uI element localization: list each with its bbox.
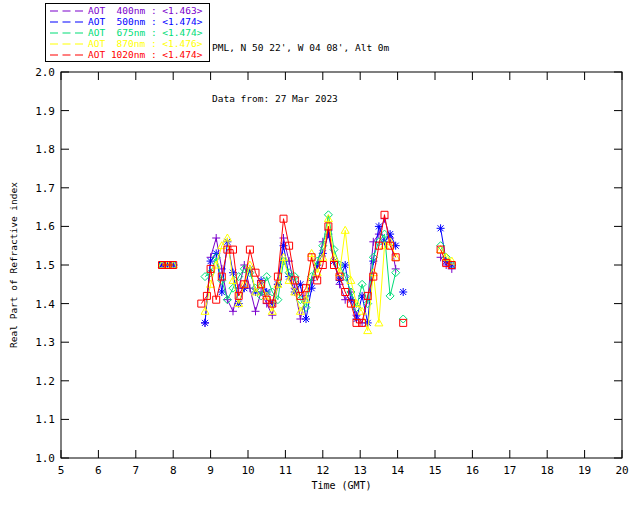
x-tick-label: 9	[207, 464, 214, 477]
legend-label: AOT 1020nm : <1.474>	[88, 49, 202, 60]
series-aot-1020nm	[159, 211, 456, 326]
x-tick-label: 12	[316, 464, 329, 477]
x-tick-label: 8	[170, 464, 177, 477]
x-tick-label: 15	[428, 464, 441, 477]
legend-box: AOT 400nm : <1.463>AOT 500nm : <1.474>AO…	[45, 3, 210, 62]
x-tick-label: 19	[578, 464, 591, 477]
x-tick-label: 18	[541, 464, 554, 477]
x-tick-label: 7	[132, 464, 139, 477]
series-line	[205, 215, 396, 308]
x-tick-label: 6	[95, 464, 102, 477]
x-tick-label: 11	[279, 464, 292, 477]
legend-label: AOT 675nm : <1.474>	[88, 27, 202, 38]
asterisk-marker	[437, 224, 445, 232]
x-tick-label: 13	[354, 464, 367, 477]
y-tick-label: 1.7	[35, 182, 55, 195]
asterisk-marker	[201, 319, 209, 327]
y-tick-label: 1.2	[35, 375, 55, 388]
refractive-index-plot-window: 567891011121314151617181920Time (GMT)1.0…	[0, 0, 640, 512]
site-location-line: PML, N 50 22', W 04 08', Alt 0m	[212, 39, 389, 56]
data-date-line: Data from: 27 Mar 2023	[212, 90, 389, 107]
y-tick-label: 1.4	[35, 298, 55, 311]
x-tick-label: 5	[58, 464, 65, 477]
legend-item-aot-675nm: AOT 675nm : <1.474>	[49, 27, 207, 38]
legend-item-aot-1020nm: AOT 1020nm : <1.474>	[49, 49, 207, 60]
asterisk-marker	[341, 261, 349, 269]
y-tick-label: 1.8	[35, 143, 55, 156]
header-text: PML, N 50 22', W 04 08', Alt 0m Data fro…	[212, 5, 389, 141]
legend-item-aot-400nm: AOT 400nm : <1.463>	[49, 5, 207, 16]
asterisk-marker	[302, 315, 310, 323]
legend-label: AOT 500nm : <1.474>	[88, 16, 202, 27]
x-tick-label: 20	[615, 464, 628, 477]
plus-marker	[212, 234, 220, 242]
series-aot-675nm	[158, 211, 456, 323]
plus-marker	[229, 307, 237, 315]
y-tick-label: 2.0	[35, 66, 55, 79]
legend-label: AOT 870nm : <1.476>	[88, 38, 202, 49]
x-tick-label: 16	[466, 464, 479, 477]
x-tick-label: 10	[241, 464, 254, 477]
x-axis-title: Time (GMT)	[311, 480, 371, 491]
legend-item-aot-500nm: AOT 500nm : <1.474>	[49, 16, 207, 27]
y-tick-label: 1.3	[35, 336, 55, 349]
legend-label: AOT 400nm : <1.463>	[88, 5, 202, 16]
y-tick-label: 1.6	[35, 220, 55, 233]
y-axis-title: Real Part of Refractive index	[8, 182, 19, 348]
x-tick-label: 14	[391, 464, 405, 477]
y-tick-label: 1.5	[35, 259, 55, 272]
y-tick-label: 1.0	[35, 452, 55, 465]
y-tick-label: 1.1	[35, 413, 55, 426]
plus-marker	[252, 307, 260, 315]
plus-marker	[280, 234, 288, 242]
x-tick-label: 17	[503, 464, 516, 477]
legend-dash-line	[49, 20, 84, 24]
legend-dash-line	[49, 53, 84, 57]
asterisk-marker	[399, 288, 407, 296]
y-tick-label: 1.9	[35, 105, 55, 118]
legend-item-aot-870nm: AOT 870nm : <1.476>	[49, 38, 207, 49]
legend-dash-line	[49, 42, 84, 46]
legend-dash-line	[49, 31, 84, 35]
legend-dash-line	[49, 9, 84, 13]
